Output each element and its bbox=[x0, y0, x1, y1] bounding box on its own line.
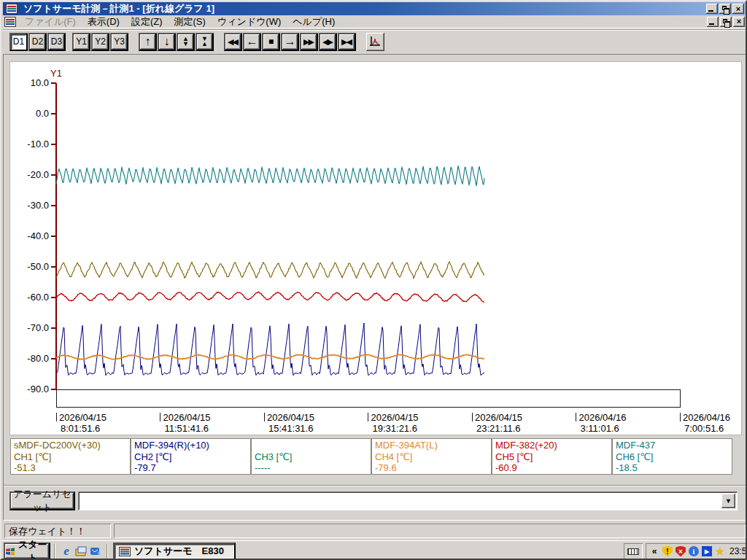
d3-button[interactable]: D3 bbox=[47, 33, 66, 51]
menu-file: ファイル(F) bbox=[19, 15, 82, 29]
show-desktop-icon[interactable] bbox=[74, 544, 88, 559]
legend-cell-ch4: MDF-394AT(L)CH4 [℃]-79.6 bbox=[371, 438, 492, 475]
compress-vertical-button[interactable]: ▼▲ bbox=[196, 33, 214, 51]
legend-cell-ch3: CH3 [℃]----- bbox=[251, 438, 371, 475]
scroll-up-button[interactable]: ↑ bbox=[139, 33, 157, 51]
info-balloon-icon[interactable]: i bbox=[688, 545, 700, 557]
taskbar-separator bbox=[54, 544, 55, 559]
step-left-button[interactable]: ← bbox=[243, 33, 261, 51]
svg-text:-90.0: -90.0 bbox=[27, 384, 49, 394]
menu-help[interactable]: ヘルプ(H) bbox=[287, 15, 341, 29]
child-minimize-button[interactable] bbox=[707, 17, 719, 27]
svg-text:-30.0: -30.0 bbox=[27, 200, 49, 211]
fast-rewind-icon: ◀◀ bbox=[229, 37, 237, 47]
star-icon[interactable]: ★ bbox=[714, 545, 726, 557]
sensor-name: MDF-394AT(L) bbox=[375, 440, 488, 451]
legend-cell-ch6: MDF-437CH6 [℃]-18.5 bbox=[612, 438, 732, 475]
d2-button[interactable]: D2 bbox=[28, 33, 47, 51]
internet-explorer-icon[interactable]: e bbox=[59, 544, 74, 559]
play-square: ▶ bbox=[702, 546, 712, 556]
compress-horizontal-button[interactable]: ▶◀ bbox=[338, 33, 356, 51]
svg-text:-70.0: -70.0 bbox=[27, 322, 49, 333]
svg-text:-20.0: -20.0 bbox=[27, 169, 49, 180]
step-right-button[interactable]: → bbox=[281, 33, 299, 51]
step-left-icon: ← bbox=[247, 35, 258, 48]
sensor-name: MDF-382(+20) bbox=[495, 440, 608, 451]
svg-text:8:01:51.6: 8:01:51.6 bbox=[61, 423, 100, 434]
taskbar: スタート e ソフトサーモ E830 « ! × i ▶ bbox=[1, 540, 747, 560]
series-ch2 bbox=[56, 323, 484, 376]
windows-logo-icon bbox=[5, 547, 15, 556]
expand-horizontal-icon: ◀▶ bbox=[324, 37, 332, 47]
close-button[interactable]: × bbox=[732, 4, 744, 14]
channel-value: -79.6 bbox=[375, 462, 488, 474]
start-button[interactable]: スタート bbox=[4, 542, 50, 560]
channel-label: CH6 [℃] bbox=[616, 451, 729, 463]
scroll-down-icon: ↓ bbox=[164, 35, 170, 48]
menu-view[interactable]: 表示(D) bbox=[82, 15, 125, 29]
y3-button[interactable]: Y3 bbox=[110, 33, 128, 51]
legend-cell-ch5: MDF-382(+20)CH5 [℃]-60.9 bbox=[492, 438, 612, 475]
chevron-down-icon: ▼ bbox=[725, 497, 732, 505]
graph-settings-button[interactable] bbox=[366, 33, 384, 51]
restore-button[interactable] bbox=[719, 4, 731, 14]
menu-measure[interactable]: 測定(S) bbox=[168, 15, 211, 29]
menu-settings[interactable]: 設定(Z) bbox=[125, 15, 169, 29]
scroll-down-button[interactable]: ↓ bbox=[158, 33, 176, 51]
fast-forward-button[interactable]: ▶▶ bbox=[300, 33, 318, 51]
task-button-softthermo[interactable]: ソフトサーモ E830 bbox=[113, 542, 236, 560]
system-tray: « ! × i ▶ ★ 23:50 bbox=[646, 543, 746, 559]
y2-button[interactable]: Y2 bbox=[91, 33, 109, 51]
chart-app-icon bbox=[119, 547, 131, 556]
channel-legend: sMDF-DC200V(+30)CH1 [℃]-51.3MDF-394(R)(+… bbox=[10, 438, 732, 475]
info-circle: i bbox=[689, 546, 699, 556]
svg-text:2026/04/15: 2026/04/15 bbox=[59, 412, 107, 423]
outlook-express-icon[interactable] bbox=[88, 544, 103, 559]
security-warning-shield-icon[interactable]: ! bbox=[662, 545, 673, 557]
channel-value: -60.9 bbox=[495, 462, 608, 474]
toolbar: D1D2D3 Y1Y2Y3 ↑↓▲▼▼▲ ◀◀←■→▶▶◀▶▶◀ bbox=[3, 29, 746, 53]
sensor-name: MDF-394(R)(+10) bbox=[134, 440, 247, 451]
sensor-name: MDF-437 bbox=[616, 440, 729, 451]
stop-button[interactable]: ■ bbox=[262, 33, 280, 51]
expand-horizontal-button[interactable]: ◀▶ bbox=[319, 33, 337, 51]
channel-value: -51.3 bbox=[14, 462, 127, 474]
combo-dropdown-button[interactable]: ▼ bbox=[721, 494, 735, 508]
minimize-icon bbox=[709, 23, 714, 25]
outlook-glyph bbox=[90, 546, 101, 556]
alarm-reset-button[interactable]: アラームリセット bbox=[9, 491, 75, 510]
legend-cell-ch1: sMDF-DC200V(+30)CH1 [℃]-51.3 bbox=[10, 438, 131, 475]
time-navigator-box[interactable] bbox=[56, 389, 680, 407]
chevron-left-icon[interactable]: « bbox=[649, 545, 660, 557]
y1-button[interactable]: Y1 bbox=[72, 33, 90, 51]
svg-text:15:41:31.6: 15:41:31.6 bbox=[268, 423, 313, 434]
compress-horizontal-icon: ▶◀ bbox=[343, 37, 351, 47]
child-restore-button[interactable] bbox=[720, 17, 732, 27]
status-cell-2 bbox=[114, 524, 746, 538]
stop-icon: ■ bbox=[268, 36, 274, 47]
svg-text:23:21:11.6: 23:21:11.6 bbox=[476, 423, 520, 434]
fast-rewind-button[interactable]: ◀◀ bbox=[224, 33, 242, 51]
line-chart-panel: Y110.00.0-10.0-20.0-30.0-40.0-50.0-60.0-… bbox=[9, 61, 742, 435]
svg-text:-50.0: -50.0 bbox=[27, 261, 49, 272]
channel-label: CH5 [℃] bbox=[495, 451, 608, 463]
divider bbox=[4, 485, 746, 486]
media-player-icon[interactable]: ▶ bbox=[701, 545, 713, 557]
child-close-button[interactable]: × bbox=[733, 17, 745, 27]
minimize-button[interactable] bbox=[706, 4, 718, 14]
chart-app-icon bbox=[6, 4, 18, 14]
task-button-label: ソフトサーモ E830 bbox=[134, 545, 224, 558]
desktop-glyph bbox=[75, 546, 87, 556]
line-chart: Y110.00.0-10.0-20.0-30.0-40.0-50.0-60.0-… bbox=[10, 62, 741, 435]
d1-button[interactable]: D1 bbox=[9, 33, 28, 51]
restore-icon bbox=[722, 6, 727, 10]
menu-window[interactable]: ウィンドウ(W) bbox=[212, 15, 287, 29]
start-label: スタート bbox=[17, 538, 49, 560]
expand-vertical-button[interactable]: ▲▼ bbox=[177, 33, 195, 51]
channel-label: CH1 [℃] bbox=[14, 451, 127, 463]
alarm-combo-box[interactable]: ▼ bbox=[78, 491, 738, 510]
series-ch6 bbox=[56, 166, 484, 186]
security-alert-shield-icon[interactable]: × bbox=[675, 545, 686, 557]
svg-text:3:11:01.6: 3:11:01.6 bbox=[581, 423, 619, 434]
keyboard-indicator[interactable] bbox=[624, 543, 643, 559]
